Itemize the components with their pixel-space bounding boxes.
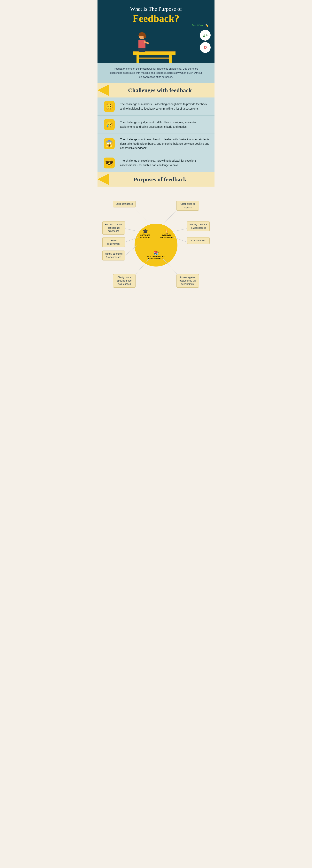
node-show-achievement: Show achievement: [102, 237, 125, 247]
bench-leg-left: [136, 55, 139, 63]
trophy-icon: 🏆: [164, 229, 170, 234]
emoji-cool: 😎: [104, 158, 115, 168]
purposes-title: Purposes of feedback: [133, 176, 186, 183]
quad-supports-learners: 🎓 SUPPORTSLEARNERS: [134, 224, 156, 244]
diagram-wrap: Build confidence Clear steps to improve …: [101, 192, 211, 294]
accountable-label: IS ACCOUNTABLE &DEVELOPMENTAL: [148, 256, 165, 260]
person-head: [139, 33, 145, 39]
node-identify-left: Identify strengths & weaknesses: [102, 251, 125, 261]
challenge-emoji-1: 😟: [101, 101, 117, 112]
header-section: What Is The Purpose of Feedback? Ann Wil…: [97, 0, 215, 28]
person-legs: [138, 48, 146, 52]
node-enhance-student: Enhance student educational experience: [102, 221, 125, 235]
node-clarify-grade: Clarify how a specific grade was reached: [113, 274, 135, 287]
challenge-text-3: The challenge of not being heard… dealin…: [117, 137, 211, 150]
challenge-text-4: The challenge of excellence… providing f…: [117, 158, 211, 167]
grade-d-label: D: [204, 45, 207, 50]
grade-bubbles: B+ D: [200, 30, 211, 54]
emoji-shocked: 😱: [104, 138, 115, 149]
pencil-icon: ✏️: [205, 24, 209, 27]
bench-seat: [133, 52, 176, 55]
author-credit: Ann Wilson ✏️: [191, 23, 209, 27]
intro-text: Feedback is one of the most powerful inf…: [109, 67, 203, 79]
illustration-section: B+ D: [97, 28, 215, 63]
grade-b-label: B+: [202, 33, 208, 38]
node-assess-outcomes: Assess against outcomes to aid developme…: [177, 274, 199, 287]
grade-bubble-d: D: [200, 42, 211, 53]
improves-performance-label: IMPROVESPERFORMANCE: [160, 234, 174, 239]
challenge-emoji-2: 😢: [101, 119, 117, 130]
header-title-top: What Is The Purpose of: [105, 6, 207, 12]
challenge-row-2: 😢 The challenge of judgement… difficulti…: [97, 116, 215, 134]
challenge-row-1: 😟 The challenge of numbers… allocating e…: [97, 97, 215, 116]
emoji-worried: 😟: [104, 101, 115, 112]
bench-support: [136, 58, 171, 59]
intro-section: Feedback is one of the most powerful inf…: [97, 63, 215, 83]
person-hair-side: [144, 34, 146, 38]
quad-improves-performance: 🏆 IMPROVESPERFORMANCE: [156, 224, 178, 244]
person-illustration: [138, 33, 146, 52]
purposes-header: Purposes of feedback: [97, 172, 215, 187]
challenges-title: Challenges with feedback: [128, 87, 192, 93]
node-clear-steps: Clear steps to improve: [177, 200, 199, 211]
supports-learners-label: SUPPORTSLEARNERS: [141, 234, 150, 239]
svg-line-1: [162, 210, 178, 225]
challenge-row-3: 😱 The challenge of not being heard… deal…: [97, 134, 215, 154]
grade-bubble-b: B+: [200, 30, 211, 40]
quad-accountable-developmental: 📚 IS ACCOUNTABLE &DEVELOPMENTAL: [134, 244, 178, 267]
person-body: [138, 39, 146, 48]
challenge-text-2: The challenge of judgement… difficulties…: [117, 120, 211, 129]
cap-icon: 🎓: [142, 229, 148, 234]
challenge-row-4: 😎 The challenge of excellence… providing…: [97, 154, 215, 172]
svg-line-0: [135, 210, 150, 225]
circle-top-row: 🎓 SUPPORTSLEARNERS 🏆 IMPROVESPERFORMANCE: [134, 224, 178, 244]
bench-leg-right: [169, 55, 171, 63]
person-arm: [144, 41, 149, 44]
emoji-crying: 😢: [104, 119, 115, 130]
books-icon: 📚: [153, 251, 159, 256]
center-circle-inner: 🎓 SUPPORTSLEARNERS 🏆 IMPROVESPERFORMANCE…: [134, 224, 178, 267]
center-circle: 🎓 SUPPORTSLEARNERS 🏆 IMPROVESPERFORMANCE…: [134, 224, 178, 267]
header-title-main: Feedback?: [105, 13, 207, 24]
challenges-header: Challenges with feedback: [97, 83, 215, 97]
challenge-emoji-4: 😎: [101, 158, 117, 168]
node-build-confidence: Build confidence: [113, 200, 135, 208]
bench-scene: [127, 32, 185, 63]
node-identify-right: Identify strengths & weaknesses: [187, 221, 210, 231]
challenges-body: 😟 The challenge of numbers… allocating e…: [97, 97, 215, 172]
node-correct-errors: Correct errors: [187, 237, 210, 244]
purposes-diagram: Build confidence Clear steps to improve …: [97, 187, 215, 304]
challenge-emoji-3: 😱: [101, 138, 117, 149]
challenge-text-1: The challenge of numbers… allocating eno…: [117, 102, 211, 111]
